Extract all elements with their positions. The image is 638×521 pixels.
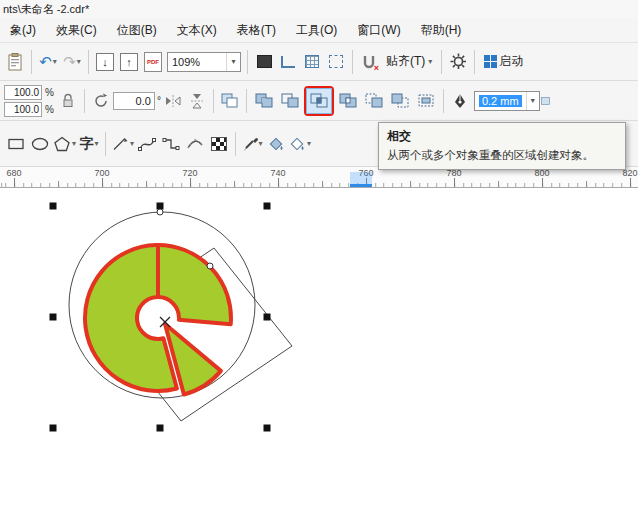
publish-pdf-button[interactable]: PDF [141,49,165,75]
menu-window[interactable]: 窗口(W) [347,18,410,42]
back-minus-front-button[interactable] [387,88,413,114]
trim-icon [281,93,299,108]
menu-tools[interactable]: 工具(O) [286,18,347,42]
ruler-label: 680 [6,168,21,178]
undo-dropdown-icon: ▾ [53,57,57,66]
standard-toolbar: ↶ ▾ ↷ ▾ ↓ ↑ PDF 109% ▾ × 贴齐(T) ▾ [0,43,638,81]
zoom-level-combo[interactable]: 109% ▾ [167,52,241,72]
menu-table[interactable]: 表格(T) [227,18,286,42]
node-indicator-top[interactable] [157,209,163,215]
clipped-edge-button[interactable] [540,88,552,114]
outline-pen-button[interactable] [448,88,472,114]
text-tool[interactable]: 字 ▾ [77,131,101,157]
outline-width-combo[interactable]: 0.2 mm ▾ [474,91,540,111]
scale-y-input[interactable]: 100.0 [4,102,42,117]
menu-text[interactable]: 文本(X) [167,18,227,42]
zoom-dropdown-icon: ▾ [226,53,240,71]
export-button[interactable]: ↑ [117,49,141,75]
ruler-label: 740 [270,168,285,178]
polygon-tool[interactable]: ▾ [52,131,77,157]
create-boundary-icon [417,93,435,108]
interactive-fill-tool[interactable]: ▾ [288,131,312,157]
rectangle-tool-icon [7,136,25,152]
paste-button[interactable] [3,49,27,75]
snap-off-button[interactable]: × [357,49,381,75]
guidelines-icon [329,55,343,68]
selection-handle-w[interactable] [50,314,57,321]
selection-handle-e[interactable] [264,314,271,321]
selection-handle-sw[interactable] [50,425,57,432]
snap-off-x-icon: × [374,64,379,73]
drawing-page-canvas[interactable] [0,188,638,521]
lock-ratio-button[interactable] [56,88,80,114]
mirror-vertical-button[interactable] [185,88,209,114]
eyedropper-tool[interactable]: ▾ [240,131,264,157]
grid-icon [305,55,319,68]
rotation-angle-input[interactable]: 0.0 [113,92,155,110]
intersect-button[interactable] [306,88,332,114]
lock-icon [62,93,74,108]
separator [84,89,85,113]
separator [246,89,247,113]
connector-tool[interactable] [159,131,183,157]
import-button[interactable]: ↓ [93,49,117,75]
weld-icon [255,93,273,108]
intersect-icon [310,93,328,108]
bspline-tool[interactable] [183,131,207,157]
mirror-vertical-icon [190,93,204,109]
create-boundary-button[interactable] [413,88,439,114]
ruler-label: 720 [182,168,197,178]
selection-handle-n[interactable] [157,203,164,210]
redo-button[interactable]: ↷ ▾ [60,49,84,75]
outline-width-dropdown-icon: ▾ [526,92,539,110]
menu-effects[interactable]: 效果(C) [46,18,107,42]
scale-y-row: 100.0 % [4,102,54,117]
menu-bitmaps[interactable]: 位图(B) [107,18,167,42]
freehand-tool[interactable]: ▾ [110,131,135,157]
front-minus-back-button[interactable] [361,88,387,114]
selection-handle-se[interactable] [264,425,271,432]
weld-button[interactable] [251,88,277,114]
undo-button[interactable]: ↶ ▾ [36,49,60,75]
text-flyout-icon: ▾ [95,139,99,148]
separator [31,50,32,74]
selection-handle-nw[interactable] [50,203,57,210]
scale-x-input[interactable]: 100.0 [4,85,42,100]
fill-bucket-icon [289,136,306,152]
separator [213,89,214,113]
menu-help[interactable]: 帮助(H) [411,18,472,42]
separator [443,89,444,113]
separator [441,50,442,74]
options-button[interactable] [446,49,470,75]
connector-tool-icon [162,136,180,152]
launcher-button[interactable]: 启动 [479,49,528,75]
horizontal-ruler[interactable]: 680 700 720 740 760 780 800 820 [0,167,638,188]
checkerboard-icon [211,137,227,151]
gear-icon [450,53,467,70]
simplify-button[interactable] [335,88,361,114]
menu-object[interactable]: 象(J) [0,18,46,42]
order-objects-button[interactable] [218,88,242,114]
ellipse-tool[interactable] [28,131,52,157]
titlebar: nts\未命名 -2.cdr* [0,0,638,18]
show-grid-button[interactable] [300,49,324,75]
export-icon: ↑ [120,53,138,71]
rectangle-tool[interactable] [4,131,28,157]
show-rulers-button[interactable] [276,49,300,75]
snap-to-button[interactable]: 贴齐(T) ▾ [381,49,437,75]
fullscreen-preview-button[interactable] [252,49,276,75]
selection-handle-ne[interactable] [264,203,271,210]
trim-button[interactable] [277,88,303,114]
mirror-horizontal-button[interactable] [161,88,185,114]
node-indicator-arc[interactable] [207,263,213,269]
show-guidelines-button[interactable] [324,49,348,75]
selection-handle-s[interactable] [157,425,164,432]
scale-x-percent-label: % [45,87,54,98]
smart-fill-tool[interactable] [264,131,288,157]
bezier-tool[interactable] [135,131,159,157]
outline-width-selected-text: 0.2 mm [479,95,522,107]
transparency-tool[interactable] [207,131,231,157]
rulers-icon [281,56,295,68]
back-minus-front-icon [391,93,409,108]
separator [247,50,248,74]
